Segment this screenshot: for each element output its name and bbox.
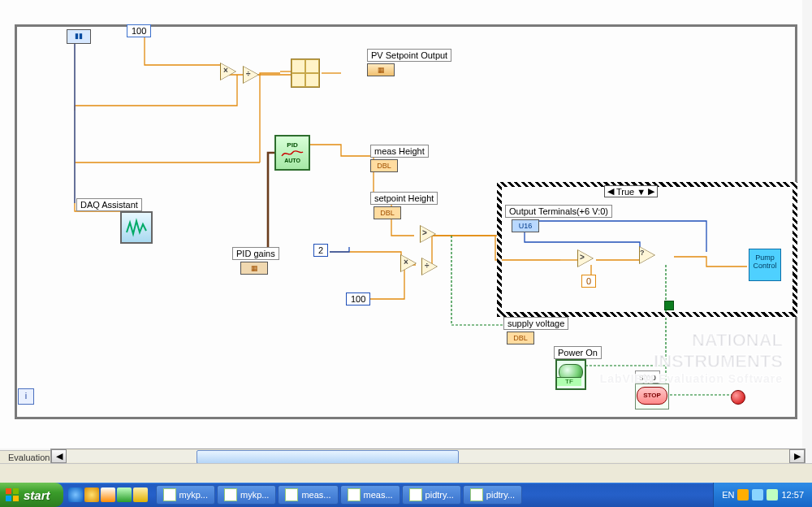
setpoint-height-indicator[interactable]: DBL: [374, 206, 401, 219]
pv-setpoint-output-label: PV Setpoint Output: [367, 49, 451, 62]
scroll-right-button[interactable]: ▶: [789, 449, 805, 463]
labview-vi-icon: [285, 488, 298, 501]
tray-icon[interactable]: [767, 489, 778, 500]
taskbar-clock[interactable]: 12:57: [781, 490, 804, 500]
task-label: mykp...: [240, 490, 269, 500]
divide-node-upper[interactable]: ÷: [244, 67, 260, 83]
pid-sub: AUTO: [284, 158, 300, 164]
constant-2[interactable]: 2: [313, 244, 328, 257]
start-label: start: [24, 488, 50, 502]
stop-control[interactable]: STOP: [635, 384, 669, 410]
pump-control-indicator[interactable]: Pump Control: [749, 249, 781, 281]
greater-than-node-inner[interactable]: >: [578, 250, 594, 266]
case-next-icon[interactable]: ▶: [648, 186, 654, 197]
greater-than-node[interactable]: >: [421, 226, 437, 242]
pid-autotune-subvi[interactable]: PID AUTO: [274, 135, 310, 171]
pid-title: PID: [287, 142, 297, 150]
power-on-control[interactable]: TF: [555, 359, 586, 390]
case-dropdown-icon[interactable]: ▼: [637, 187, 646, 197]
loop-stop-terminal[interactable]: [731, 390, 745, 405]
supply-voltage-control[interactable]: DBL: [507, 332, 534, 344]
supply-voltage-label: supply voltage: [503, 317, 568, 330]
constant-0-case[interactable]: 0: [581, 275, 596, 288]
labview-vi-icon: [470, 488, 483, 501]
loop-iteration-terminal[interactable]: i: [18, 388, 34, 405]
windows-flag-icon: [5, 488, 19, 502]
ie-icon[interactable]: [68, 488, 83, 502]
daq-assistant-subvi[interactable]: [120, 211, 153, 244]
language-indicator[interactable]: EN: [722, 490, 734, 500]
svg-rect-2: [6, 496, 11, 501]
array-in-terminal[interactable]: ▮▮: [67, 29, 91, 44]
meas-height-label: meas Height: [370, 145, 429, 158]
power-on-tf: TF: [557, 377, 581, 386]
scrollbar-thumb[interactable]: [197, 450, 458, 464]
start-button[interactable]: start: [0, 483, 63, 507]
setpoint-height-label: setpoint Height: [370, 192, 438, 205]
meas-height-indicator[interactable]: DBL: [370, 159, 398, 172]
power-on-label: Power On: [554, 346, 602, 359]
window-border-strip: [0, 463, 812, 483]
pv-setpoint-output-indicator[interactable]: ▦: [367, 63, 395, 76]
svg-rect-1: [13, 488, 19, 494]
select-node[interactable]: ?: [640, 247, 656, 263]
labview-vi-icon: [163, 488, 176, 501]
quick-launch[interactable]: [63, 483, 153, 507]
block-diagram-canvas[interactable]: i ▮▮ 100 × ÷ PV Setpoint Output ▦ DAQ As…: [0, 0, 802, 448]
windows-taskbar[interactable]: start mykp... mykp... meas... meas... pi…: [0, 483, 812, 507]
chevron-left-icon: ◀: [56, 451, 63, 462]
boolean-tunnel: [664, 301, 674, 310]
labview-vi-icon: [348, 488, 361, 501]
scrollbar-track[interactable]: [67, 450, 789, 462]
task-label: pidtry...: [486, 490, 515, 500]
divide-node-mid[interactable]: ÷: [422, 258, 438, 275]
stop-label: stop: [635, 370, 660, 384]
daq-assistant-label: DAQ Assistant: [76, 198, 142, 211]
labview-vi-icon: [224, 488, 237, 501]
system-tray[interactable]: EN 12:57: [713, 483, 812, 507]
pid-graph-icon: [281, 150, 304, 158]
task-buttons: mykp... mykp... meas... meas... pidtry..…: [153, 483, 714, 507]
output-terminals-label: Output Terminals(+6 V:0): [505, 205, 612, 218]
task-label: meas...: [301, 490, 330, 500]
explorer-icon[interactable]: [84, 488, 99, 502]
build-array-node[interactable]: [291, 58, 320, 88]
multiply-node-mid[interactable]: ×: [401, 255, 417, 271]
task-label: meas...: [364, 490, 393, 500]
task-item[interactable]: mykp...: [217, 485, 276, 505]
stop-button-face: STOP: [637, 387, 667, 405]
scroll-left-button[interactable]: ◀: [51, 449, 67, 463]
media-icon[interactable]: [117, 488, 132, 502]
app-icon[interactable]: [133, 488, 148, 502]
svg-rect-3: [13, 496, 19, 501]
task-item[interactable]: pidtry...: [402, 485, 461, 505]
chevron-right-icon: ▶: [794, 451, 801, 462]
svg-rect-0: [6, 488, 11, 494]
pid-gains-control[interactable]: ▦: [240, 262, 268, 275]
tray-icon[interactable]: [752, 489, 763, 500]
task-item[interactable]: meas...: [278, 485, 338, 505]
task-label: pidtry...: [425, 490, 454, 500]
daq-waveform-icon: [125, 216, 148, 239]
labview-vi-icon: [409, 488, 422, 501]
task-item[interactable]: meas...: [340, 485, 400, 505]
tray-icon[interactable]: [737, 489, 749, 500]
task-label: mykp...: [179, 490, 208, 500]
case-selector[interactable]: ◀ True ▼ ▶: [604, 185, 658, 197]
task-item[interactable]: pidtry...: [463, 485, 522, 505]
constant-100-bottom[interactable]: 100: [346, 292, 370, 306]
case-value: True: [616, 187, 634, 197]
constant-100-top[interactable]: 100: [127, 24, 151, 37]
task-item[interactable]: mykp...: [156, 485, 215, 505]
vlc-icon[interactable]: [101, 488, 115, 502]
output-terminals-indicator[interactable]: U16: [512, 219, 539, 232]
horizontal-scrollbar[interactable]: ◀ ▶: [50, 448, 806, 464]
case-prev-icon[interactable]: ◀: [607, 186, 614, 197]
pid-gains-label: PID gains: [232, 247, 279, 260]
multiply-node-upper[interactable]: ×: [221, 63, 237, 80]
